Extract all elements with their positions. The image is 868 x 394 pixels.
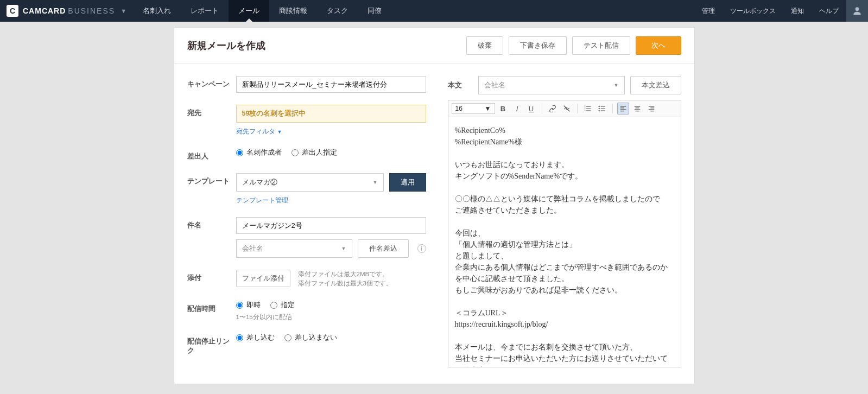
label-sendtime: 配信時間 bbox=[187, 301, 236, 314]
editor-line: と題しまして、 bbox=[455, 250, 674, 262]
unlink-icon bbox=[563, 105, 571, 112]
caret-down-icon: ▼ bbox=[277, 129, 282, 135]
unsub-radio-none[interactable]: 差し込まない bbox=[284, 333, 337, 342]
editor-line bbox=[455, 148, 674, 159]
svg-point-0 bbox=[856, 7, 859, 11]
editor-line: 〇〇様の△△という媒体にて弊社コラムを掲載しましたので bbox=[455, 193, 674, 205]
editor-line: ご連絡させていただきました。 bbox=[455, 205, 674, 216]
nav-right-3[interactable]: ヘルプ bbox=[812, 0, 846, 22]
template-apply-button[interactable]: 適用 bbox=[389, 173, 426, 192]
svg-text:1: 1 bbox=[584, 105, 585, 107]
editor-line: ＜コラムURL＞ bbox=[455, 307, 674, 319]
attach-file-button[interactable]: ファイル添付 bbox=[236, 270, 290, 287]
sender-radio-creator[interactable]: 名刺作成者 bbox=[236, 148, 282, 157]
nav-tab-4[interactable]: タスク bbox=[317, 0, 358, 22]
label-recipient: 宛先 bbox=[187, 105, 236, 118]
nav-right-1[interactable]: ツールボックス bbox=[723, 0, 783, 22]
align-center-button[interactable] bbox=[631, 103, 643, 115]
compose-card: 新規メールを作成 破棄 下書き保存 テスト配信 次へ キャンペーン 宛先 59枚… bbox=[174, 27, 695, 384]
discard-button[interactable]: 破棄 bbox=[466, 36, 503, 55]
align-left-icon bbox=[619, 105, 627, 112]
template-select[interactable]: メルマガ②▼ bbox=[236, 173, 384, 192]
nav-tab-3[interactable]: 商談情報 bbox=[269, 0, 317, 22]
campaign-input[interactable] bbox=[236, 76, 426, 93]
sendtime-radio-schedule[interactable]: 指定 bbox=[270, 301, 295, 310]
nav-right-0[interactable]: 管理 bbox=[694, 0, 723, 22]
label-campaign: キャンペーン bbox=[187, 76, 236, 89]
ul-icon bbox=[598, 105, 606, 112]
editor-line: 今回は、 bbox=[455, 227, 674, 239]
brand-suffix: BUSINESS bbox=[68, 7, 115, 15]
editor-line bbox=[455, 182, 674, 193]
editor-body[interactable]: %RecipientCo%%RecipientName%様 いつもお世話になって… bbox=[448, 117, 681, 367]
brand-name: CAMCARD bbox=[23, 7, 66, 15]
editor-line: いつもお世話になっております。 bbox=[455, 159, 674, 170]
template-manage-link[interactable]: テンプレート管理 bbox=[236, 196, 288, 205]
link-button[interactable] bbox=[547, 103, 559, 115]
unordered-list-button[interactable] bbox=[596, 103, 608, 115]
unlink-button[interactable] bbox=[561, 103, 573, 115]
label-body: 本文 bbox=[448, 81, 473, 90]
italic-button[interactable]: I bbox=[511, 103, 523, 115]
unsub-radio-insert[interactable]: 差し込む bbox=[236, 333, 275, 342]
editor-toolbar: 16▼ B I U 123 bbox=[448, 100, 681, 117]
svg-text:2: 2 bbox=[584, 107, 585, 110]
align-left-button[interactable] bbox=[617, 103, 629, 115]
nav-right-2[interactable]: 通知 bbox=[783, 0, 812, 22]
subject-merge-select[interactable]: 会社名▼ bbox=[236, 239, 352, 258]
align-right-icon bbox=[648, 105, 655, 112]
nav-tab-2[interactable]: メール bbox=[229, 0, 269, 22]
ordered-list-button[interactable]: 123 bbox=[582, 103, 594, 115]
sender-radio-specify[interactable]: 差出人指定 bbox=[292, 148, 337, 157]
right-nav: 管理ツールボックス通知ヘルプ bbox=[694, 0, 846, 22]
info-icon[interactable]: i bbox=[417, 244, 426, 253]
chevron-down-icon[interactable]: ▼ bbox=[121, 8, 126, 14]
caret-down-icon: ▼ bbox=[614, 82, 619, 88]
brand-mark-icon: C bbox=[7, 5, 18, 17]
underline-button[interactable]: U bbox=[525, 103, 537, 115]
recipient-filter-link[interactable]: 宛先フィルタ▼ bbox=[236, 127, 282, 136]
subject-input[interactable] bbox=[236, 217, 426, 234]
nav-tab-0[interactable]: 名刺入れ bbox=[133, 0, 181, 22]
caret-down-icon: ▼ bbox=[485, 105, 491, 112]
editor-line: %RecipientCo% bbox=[455, 125, 674, 136]
editor-line: もしご興味がおありであれば是非一読ください。 bbox=[455, 284, 674, 296]
align-center-icon bbox=[633, 105, 641, 112]
next-button[interactable]: 次へ bbox=[636, 36, 681, 55]
separator bbox=[612, 104, 613, 113]
label-unsubscribe: 配信停止リンク bbox=[187, 333, 236, 355]
editor-line: https://recruit.kingsoft.jp/blog/ bbox=[455, 319, 674, 330]
editor-line bbox=[455, 330, 674, 341]
label-template: テンプレート bbox=[187, 173, 236, 186]
svg-text:3: 3 bbox=[584, 110, 585, 112]
save-draft-button[interactable]: 下書き保存 bbox=[509, 36, 567, 55]
recipient-summary[interactable]: 59枚の名刺を選択中 bbox=[236, 105, 426, 123]
test-send-button[interactable]: テスト配信 bbox=[572, 36, 630, 55]
font-size-select[interactable]: 16▼ bbox=[452, 103, 495, 114]
card-header: 新規メールを作成 破棄 下書き保存 テスト配信 次へ bbox=[174, 28, 694, 64]
bold-button[interactable]: B bbox=[497, 103, 509, 115]
nav-tab-5[interactable]: 同僚 bbox=[358, 0, 391, 22]
body-merge-select[interactable]: 会社名▼ bbox=[478, 76, 625, 94]
align-right-button[interactable] bbox=[645, 103, 657, 115]
label-attach: 添付 bbox=[187, 270, 236, 283]
editor-line: %RecipientName%様 bbox=[455, 136, 674, 148]
ol-icon: 123 bbox=[584, 105, 592, 112]
editor-line: 企業内にある個人情報はどこまでが管理すべき範囲であるのかを中心に記載させて頂きま… bbox=[455, 262, 674, 284]
caret-down-icon: ▼ bbox=[373, 180, 378, 185]
subject-merge-button[interactable]: 件名差込 bbox=[358, 239, 409, 258]
link-icon bbox=[549, 105, 556, 112]
rich-text-editor: 16▼ B I U 123 bbox=[448, 100, 681, 367]
body-merge-button[interactable]: 本文差込 bbox=[630, 76, 681, 94]
page-title: 新規メールを作成 bbox=[187, 39, 265, 52]
nav-tab-1[interactable]: レポート bbox=[181, 0, 229, 22]
separator bbox=[542, 104, 542, 113]
editor-line bbox=[455, 216, 674, 227]
user-icon bbox=[852, 5, 863, 16]
label-sender: 差出人 bbox=[187, 148, 236, 161]
sendtime-radio-now[interactable]: 即時 bbox=[236, 301, 261, 310]
user-menu-button[interactable] bbox=[846, 0, 868, 22]
editor-line: 「個人情報の適切な管理方法とは」 bbox=[455, 239, 674, 250]
editor-line: キングソフトの%SenderName%です。 bbox=[455, 170, 674, 182]
brand-logo[interactable]: C CAMCARDBUSINESS ▼ bbox=[0, 0, 133, 22]
